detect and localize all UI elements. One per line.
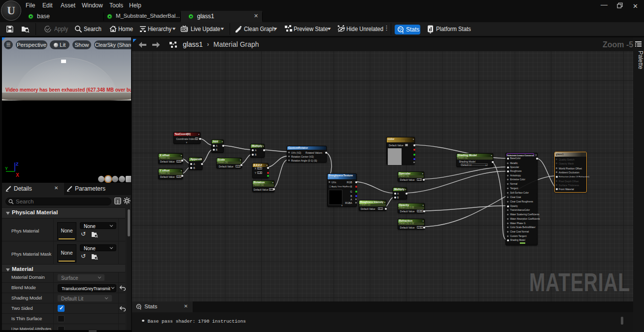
svg-text:Z: Z — [16, 162, 19, 166]
svg-text:i: i — [140, 307, 141, 310]
svg-text:i: i — [403, 30, 404, 34]
svg-text:X: X — [16, 172, 19, 178]
svg-text:Y: Y — [5, 166, 8, 171]
